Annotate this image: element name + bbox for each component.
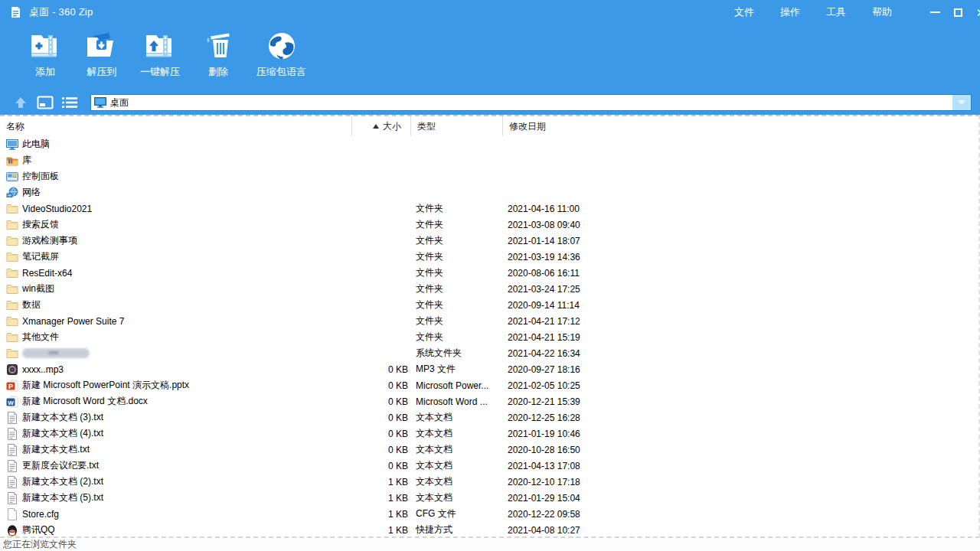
file-date: 2021-03-08 09:40 — [503, 220, 589, 230]
file-name: 数据 — [22, 298, 41, 311]
file-row[interactable]: 笔记截屏 文件夹 2021-03-19 14:36 — [0, 249, 978, 265]
file-name: 网络 — [22, 186, 41, 199]
address-input[interactable]: 桌面 — [90, 94, 972, 111]
file-row[interactable]: 系统文件夹 2021-04-22 16:34 — [0, 345, 978, 361]
qq-penguin-icon — [6, 524, 18, 536]
minimize-button[interactable] — [923, 0, 946, 24]
file-size: 0 KB — [352, 429, 411, 439]
address-dropdown-button[interactable] — [952, 95, 971, 110]
file-row[interactable]: 控制面板 — [0, 168, 978, 184]
file-size: 0 KB — [352, 412, 411, 423]
file-row[interactable]: 其他文件 文件夹 2021-04-21 15:19 — [0, 329, 978, 345]
file-row[interactable]: VideoStudio2021 文件夹 2021-04-16 11:00 — [0, 201, 978, 217]
column-header-filler — [589, 116, 978, 136]
network-icon — [6, 187, 18, 199]
file-row[interactable]: 新建文本文档.txt 0 KB 文本文档 2020-10-28 16:50 — [0, 442, 978, 458]
extract-to-button[interactable]: 解压到 — [74, 24, 130, 79]
delete-trash-icon — [200, 29, 237, 63]
file-name: Xmanager Power Suite 7 — [22, 316, 124, 327]
folder-icon — [6, 347, 18, 360]
file-row[interactable]: 新建文本文档 (4).txt 0 KB 文本文档 2021-01-19 10:4… — [0, 425, 978, 442]
menu-item-action[interactable]: 操作 — [767, 0, 813, 24]
file-type: 文件夹 — [411, 266, 503, 279]
text-file-icon — [6, 444, 18, 456]
file-row[interactable]: Xmanager Power Suite 7 文件夹 2021-04-21 17… — [0, 313, 978, 329]
word-icon: W — [6, 396, 18, 408]
file-date: 2020-09-27 18:16 — [503, 364, 589, 375]
file-type: 快捷方式 — [411, 523, 503, 536]
file-type: 文本文档 — [411, 443, 503, 456]
file-date: 2021-04-08 10:27 — [503, 525, 589, 536]
file-row[interactable]: 库 — [0, 152, 978, 168]
column-header-date[interactable]: 修改日期 — [503, 116, 589, 136]
file-type: 文件夹 — [411, 218, 503, 231]
file-date: 2021-02-05 10:25 — [503, 380, 589, 391]
file-row[interactable]: 搜索反馈 文件夹 2021-03-08 09:40 — [0, 217, 978, 233]
archive-language-button[interactable]: 压缩包语言 — [247, 24, 316, 79]
folder-icon — [6, 235, 18, 247]
file-row[interactable]: Store.cfg 1 KB CFG 文件 2020-12-22 09:58 — [0, 506, 978, 522]
file-date: 2021-01-29 15:04 — [503, 493, 589, 504]
folder-icon — [6, 299, 18, 311]
file-name: 控制面板 — [22, 170, 59, 183]
file-row[interactable]: 数据 文件夹 2020-09-14 11:14 — [0, 297, 978, 313]
file-name: 新建文本文档 (2).txt — [22, 475, 103, 488]
file-date: 2020-12-25 16:28 — [503, 412, 589, 423]
file-type: 系统文件夹 — [411, 347, 503, 360]
column-header-name[interactable]: 名称 — [0, 116, 352, 136]
library-icon — [6, 155, 18, 167]
file-list-panel: 名称大小类型修改日期 此电脑 库 控制面板 网络 VideoStudio2021… — [0, 115, 980, 538]
file-date: 2020-09-14 11:14 — [503, 300, 589, 311]
file-row[interactable]: ResEdit-x64 文件夹 2020-08-06 16:11 — [0, 265, 978, 281]
column-header-size[interactable]: 大小 — [352, 116, 411, 136]
titlebar: 桌面 - 360 Zip 文件操作工具帮助 ✕ — [0, 0, 980, 24]
folder-icon — [6, 219, 18, 231]
sort-ascending-icon — [373, 124, 379, 129]
minimize-icon — [930, 11, 940, 13]
delete-button[interactable]: 删除 — [190, 24, 247, 79]
statusbar: 您正在浏览文件夹 — [0, 538, 980, 551]
file-type: 文件夹 — [411, 250, 503, 263]
menu-item-tools[interactable]: 工具 — [813, 0, 859, 24]
file-row[interactable]: 此电脑 — [0, 136, 978, 152]
file-row[interactable]: 新建文本文档 (2).txt 1 KB 文本文档 2020-12-10 17:1… — [0, 474, 978, 490]
file-row[interactable]: 更新度会议纪要.txt 0 KB 文本文档 2021-04-13 17:08 — [0, 458, 978, 474]
file-date: 2021-04-21 15:19 — [503, 332, 589, 343]
text-file-icon — [6, 412, 18, 424]
address-path: 桌面 — [110, 96, 129, 109]
file-date: 2021-03-19 14:36 — [503, 252, 589, 262]
file-name: 此电脑 — [22, 138, 50, 151]
file-row[interactable]: xxxx..mp3 0 KB MP3 文件 2020-09-27 18:16 — [0, 361, 978, 377]
file-row[interactable]: W新建 Microsoft Word 文档.docx 0 KB Microsof… — [0, 393, 978, 409]
menu-item-file[interactable]: 文件 — [721, 0, 767, 24]
file-row[interactable]: 游戏检测事项 文件夹 2021-01-14 18:07 — [0, 233, 978, 249]
menu-item-help[interactable]: 帮助 — [859, 0, 905, 24]
file-row[interactable]: 腾讯QQ 1 KB 快捷方式 2021-04-08 10:27 — [0, 522, 978, 536]
desktop-monitor-icon — [94, 97, 106, 108]
file-date: 2020-12-10 17:18 — [503, 477, 589, 487]
dropdown-arrow-icon — [958, 100, 965, 105]
file-row[interactable]: 新建文本文档 (3).txt 0 KB 文本文档 2020-12-25 16:2… — [0, 409, 978, 425]
folder-icon — [6, 203, 18, 215]
file-row[interactable]: 网络 — [0, 184, 978, 201]
file-type: 文本文档 — [411, 491, 503, 504]
file-name: 腾讯QQ — [22, 523, 55, 536]
file-row[interactable]: 新建文本文档 (5).txt 1 KB 文本文档 2021-01-29 15:0… — [0, 490, 978, 506]
list-rows: 此电脑 库 控制面板 网络 VideoStudio2021 文件夹 2021-0… — [0, 136, 978, 536]
one-click-extract-button[interactable]: 一键解压 — [130, 24, 190, 79]
maximize-button[interactable] — [946, 0, 969, 24]
view-list-icon[interactable] — [60, 93, 80, 112]
close-button[interactable]: ✕ — [969, 0, 980, 24]
up-arrow-icon[interactable] — [11, 93, 31, 112]
folder-icon — [6, 283, 18, 295]
computer-icon — [6, 139, 18, 151]
file-name: win截图 — [22, 282, 54, 295]
menubar: 文件操作工具帮助 — [721, 0, 905, 24]
view-thumbnail-icon[interactable] — [35, 93, 55, 112]
add-button[interactable]: 添加 — [17, 24, 74, 79]
file-type: 文本文档 — [411, 411, 503, 424]
column-header-type[interactable]: 类型 — [411, 116, 503, 136]
file-size: 0 KB — [352, 461, 411, 471]
file-row[interactable]: P新建 Microsoft PowerPoint 演示文稿.pptx 0 KB … — [0, 377, 978, 393]
file-row[interactable]: win截图 文件夹 2021-03-24 17:25 — [0, 281, 978, 297]
